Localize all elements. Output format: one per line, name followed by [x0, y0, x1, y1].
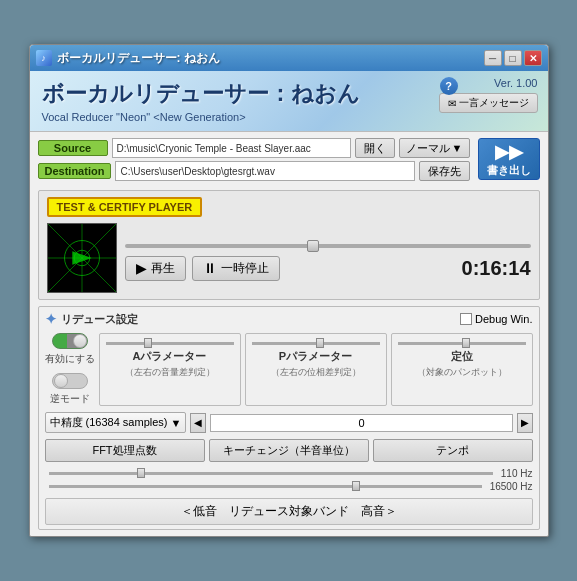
param-p-box: Pパラメーター （左右の位相差判定）	[245, 333, 387, 406]
message-icon: ✉	[448, 98, 456, 109]
open-button[interactable]: 開く	[355, 138, 395, 158]
debug-check: Debug Win.	[460, 313, 532, 325]
file-rows-left: Source 開く ノーマル ▼ Destination 保存先	[38, 138, 470, 184]
main-content: Source 開く ノーマル ▼ Destination 保存先	[30, 132, 548, 536]
param-a-box: Aパラメーター （左右の音量差判定）	[99, 333, 241, 406]
value-increase-button[interactable]: ▶	[517, 413, 533, 433]
debug-checkbox[interactable]	[460, 313, 472, 325]
enable-label: 有効にする	[45, 352, 95, 366]
time-display: 0:16:14	[462, 257, 531, 280]
freq-high-label: 110 Hz	[501, 468, 533, 479]
player-controls: ▶ 再生 ⏸ 一時停止 0:16:14	[47, 223, 531, 293]
value-decrease-button[interactable]: ◀	[190, 413, 206, 433]
play-controls: ▶ 再生 ⏸ 一時停止 0:16:14	[125, 256, 531, 281]
reverse-toggle[interactable]	[52, 373, 88, 389]
freq-high-row: 110 Hz	[45, 468, 533, 479]
app-icon: ♪	[36, 50, 52, 66]
tempo-button[interactable]: テンポ	[373, 439, 533, 462]
param-pos-name: 定位	[398, 349, 526, 364]
test-certify-label: TEST & CERTIFY PLAYER	[47, 197, 203, 217]
params-area: 有効にする 逆モード Aパラメーター （左右の音量差判定）	[45, 333, 533, 406]
param-p-name: Pパラメーター	[252, 349, 380, 364]
param-pos-sub: （対象のパンポット）	[398, 366, 526, 379]
freq-low-row: 16500 Hz	[45, 481, 533, 492]
section-header: ✦ リデュース設定 Debug Win.	[45, 311, 533, 327]
param-p-sub: （左右の位相差判定）	[252, 366, 380, 379]
maximize-button[interactable]: □	[504, 50, 522, 66]
reduce-section: ✦ リデュース設定 Debug Win. 有効にする	[38, 306, 540, 530]
enable-toggle[interactable]	[52, 333, 88, 349]
destination-path-input[interactable]	[115, 161, 414, 181]
section-title: ✦ リデュース設定	[45, 311, 138, 327]
pause-icon: ⏸	[203, 260, 217, 276]
param-a-sub: （左右の音量差判定）	[106, 366, 234, 379]
destination-label: Destination	[38, 163, 112, 179]
destination-row: Destination 保存先	[38, 161, 470, 181]
player-middle: ▶ 再生 ⏸ 一時停止 0:16:14	[125, 236, 531, 281]
band-button[interactable]: ＜低音 リデュース対象バンド 高音＞	[45, 498, 533, 525]
value-display: 0	[210, 414, 512, 432]
reduce-icon: ✦	[45, 311, 57, 327]
header-area: ボーカルリデューサー：ねおん Vocal Reducer "Neon" <New…	[30, 71, 548, 132]
fft-row: FFT処理点数 キーチェンジ（半音単位） テンポ	[45, 439, 533, 462]
source-row: Source 開く ノーマル ▼	[38, 138, 470, 158]
window-title: ボーカルリデューサー: ねおん	[57, 50, 220, 67]
main-window: ♪ ボーカルリデューサー: ねおん ─ □ ✕ ボーカルリデューサー：ねおん V…	[29, 44, 549, 537]
freq-high-slider[interactable]	[49, 472, 493, 475]
precision-select[interactable]: 中精度 (16384 samples) ▼	[45, 412, 187, 433]
player-visual	[47, 223, 117, 293]
source-label: Source	[38, 140, 108, 156]
title-bar-left: ♪ ボーカルリデューサー: ねおん	[36, 50, 220, 67]
key-change-button[interactable]: キーチェンジ（半音単位）	[209, 439, 369, 462]
help-button[interactable]: ?	[440, 77, 458, 95]
play-icon: ▶	[136, 260, 147, 276]
title-buttons: ─ □ ✕	[484, 50, 542, 66]
title-bar: ♪ ボーカルリデューサー: ねおん ─ □ ✕	[30, 45, 548, 71]
param-a-name: Aパラメーター	[106, 349, 234, 364]
export-button[interactable]: ▶▶ 書き出し	[478, 138, 540, 180]
player-section: TEST & CERTIFY PLAYER	[38, 190, 540, 300]
normal-mode-button[interactable]: ノーマル ▼	[399, 138, 470, 158]
close-button[interactable]: ✕	[524, 50, 542, 66]
freq-low-slider[interactable]	[49, 485, 482, 488]
freq-low-label: 16500 Hz	[490, 481, 533, 492]
file-rows-area: Source 開く ノーマル ▼ Destination 保存先	[38, 138, 540, 184]
source-path-input[interactable]	[112, 138, 351, 158]
toggle-column: 有効にする 逆モード	[45, 333, 95, 406]
save-destination-button[interactable]: 保存先	[419, 161, 470, 181]
fft-button[interactable]: FFT処理点数	[45, 439, 205, 462]
play-button[interactable]: ▶ 再生	[125, 256, 186, 281]
pause-button[interactable]: ⏸ 一時停止	[192, 256, 280, 281]
version-text: Ver. 1.00	[494, 77, 537, 89]
param-pos-box: 定位 （対象のパンポット）	[391, 333, 533, 406]
export-icon: ▶▶	[495, 141, 523, 163]
right-buttons: ▶▶ 書き出し	[478, 138, 540, 184]
message-button[interactable]: ✉ 一言メッセージ	[439, 93, 538, 113]
dropdown-arrow-icon: ▼	[452, 142, 463, 154]
reverse-label: 逆モード	[50, 392, 90, 406]
minimize-button[interactable]: ─	[484, 50, 502, 66]
seek-slider[interactable]	[125, 244, 531, 248]
select-arrow-icon: ▼	[171, 417, 182, 429]
precision-row: 中精度 (16384 samples) ▼ ◀ 0 ▶	[45, 412, 533, 433]
